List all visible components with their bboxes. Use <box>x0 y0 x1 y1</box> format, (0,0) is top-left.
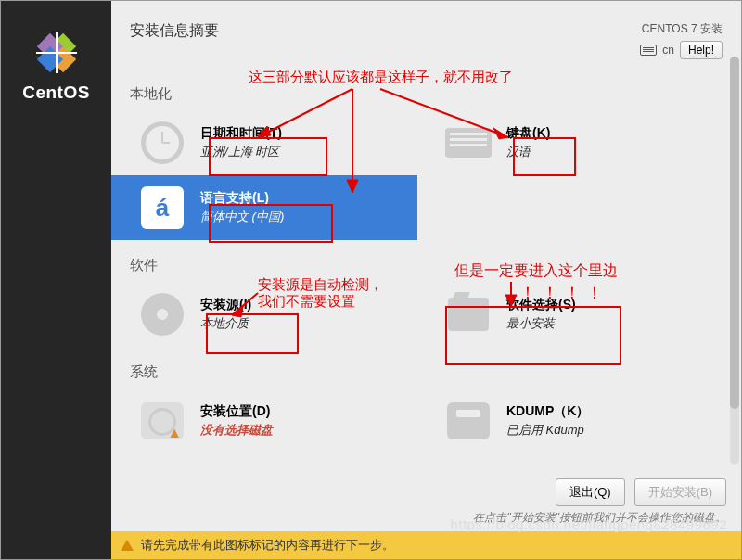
disc-icon <box>141 293 184 336</box>
spoke-install-destination[interactable]: 安装位置(D) 没有选择磁盘 <box>111 388 417 453</box>
language-icon: á <box>141 186 184 229</box>
centos-logo-icon <box>34 31 79 75</box>
footer-buttons: 退出(Q) 开始安装(B) <box>111 471 741 506</box>
header: 安装信息摘要 CENTOS 7 安装 cn Help! <box>111 1 741 69</box>
section-software-title: 软件 <box>130 257 732 274</box>
scrollbar[interactable] <box>730 57 739 465</box>
spoke-software-title: 软件选择(S) <box>506 297 576 313</box>
warning-icon <box>121 540 134 551</box>
spoke-datetime-status: 亚洲/上海 时区 <box>200 144 282 160</box>
spoke-destination-status: 没有选择磁盘 <box>200 422 273 439</box>
spoke-install-source[interactable]: 安装源(I) 本地介质 <box>111 282 417 347</box>
keyboard-layout-icon <box>445 128 492 158</box>
content-area: 本地化 日期和时间(T) 亚洲/上海 时区 键盘(K) 汉语 <box>111 69 741 471</box>
begin-install-button[interactable]: 开始安装(B) <box>634 478 726 506</box>
brand-label: CentOS <box>22 83 90 103</box>
spoke-destination-title: 安装位置(D) <box>200 403 273 420</box>
warning-text: 请先完成带有此图标标记的内容再进行下一步。 <box>141 537 394 554</box>
warning-bar[interactable]: 请先完成带有此图标标记的内容再进行下一步。 <box>111 531 741 559</box>
spoke-keyboard-status: 汉语 <box>506 144 550 160</box>
section-system-title: 系统 <box>130 363 732 381</box>
keyboard-icon <box>640 45 657 56</box>
spoke-software-status: 最小安装 <box>506 315 576 332</box>
main-panel: 安装信息摘要 CENTOS 7 安装 cn Help! 本地化 日期和时间(T)… <box>111 1 741 559</box>
spoke-source-status: 本地介质 <box>200 315 251 332</box>
clock-icon <box>141 121 184 164</box>
spoke-kdump-title: KDUMP（K） <box>506 403 589 420</box>
help-button[interactable]: Help! <box>680 41 723 59</box>
spoke-datetime[interactable]: 日期和时间(T) 亚洲/上海 时区 <box>111 110 417 175</box>
package-icon <box>448 298 489 331</box>
spoke-source-title: 安装源(I) <box>200 297 251 313</box>
spoke-keyboard-title: 键盘(K) <box>506 125 550 142</box>
spoke-kdump[interactable]: KDUMP（K） 已启用 Kdump <box>417 388 723 453</box>
kdump-icon <box>447 402 490 439</box>
spoke-language-status: 简体中文 (中国) <box>200 209 284 225</box>
harddrive-icon <box>141 402 184 439</box>
spoke-keyboard[interactable]: 键盘(K) 汉语 <box>417 110 723 175</box>
spoke-software-selection[interactable]: 软件选择(S) 最小安装 <box>417 282 723 347</box>
sidebar: CentOS <box>1 1 111 559</box>
spoke-language[interactable]: á 语言支持(L) 简体中文 (中国) <box>111 175 417 240</box>
spoke-kdump-status: 已启用 Kdump <box>506 422 589 439</box>
spoke-datetime-title: 日期和时间(T) <box>200 125 282 142</box>
section-localization-title: 本地化 <box>130 85 732 103</box>
spoke-language-title: 语言支持(L) <box>200 190 284 207</box>
quit-button[interactable]: 退出(Q) <box>556 478 625 506</box>
keyboard-layout-label: cn <box>662 44 674 57</box>
installer-label: CENTOS 7 安装 <box>640 21 723 37</box>
footer-hint: 在点击"开始安装"按钮前我们并不会操作您的磁盘。 <box>111 506 741 531</box>
page-title: 安装信息摘要 <box>130 21 219 59</box>
scrollbar-thumb[interactable] <box>730 57 739 409</box>
